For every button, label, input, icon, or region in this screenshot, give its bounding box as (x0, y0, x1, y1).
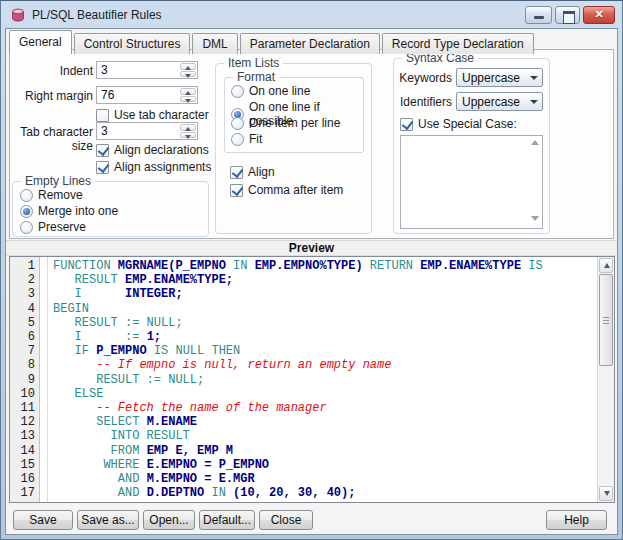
align-assignments-checkbox[interactable]: Align assignments (96, 160, 211, 174)
empty-lines-remove-label: Remove (38, 188, 83, 202)
tab-character-size-spinner (96, 122, 198, 140)
comma-after-item-label: Comma after item (248, 183, 343, 197)
line-number: 15 (10, 458, 35, 472)
tab-strip: GeneralControl StructuresDMLParameter De… (9, 30, 536, 50)
save-as-button[interactable]: Save as... (77, 510, 139, 530)
open-button[interactable]: Open... (143, 510, 195, 530)
identifiers-value: Uppercase (457, 95, 526, 109)
code-line: RESULT := NULL; (53, 373, 597, 387)
empty-lines-preserve-label: Preserve (38, 220, 86, 234)
scrollbar-down-icon[interactable] (599, 486, 613, 501)
code-line: RESULT := NULL; (53, 316, 597, 330)
dialog-body: GeneralControl StructuresDMLParameter De… (5, 28, 618, 535)
default-button[interactable]: Default... (199, 510, 255, 530)
chevron-down-icon (526, 69, 542, 86)
scrollbar-track[interactable] (598, 366, 614, 485)
code-line: WHERE E.EMPNO = P_EMPNO (53, 458, 597, 472)
radio-icon (20, 205, 33, 218)
radio-icon (20, 189, 33, 202)
code-line: -- Fetch the name of the manager (53, 401, 597, 415)
tab-control-structures[interactable]: Control Structures (74, 33, 191, 54)
scrollbar-thumb[interactable] (599, 274, 613, 366)
code-line: INTO RESULT (53, 429, 597, 443)
scrollbar-up-icon[interactable] (599, 258, 613, 273)
plsql-database-icon (10, 7, 26, 23)
format-fit-label: Fit (249, 132, 262, 146)
format-group: Format On one line On one line if possib… (224, 77, 364, 153)
format-one-item-per-line-radio[interactable]: One item per line (231, 116, 340, 130)
tab-parameter-declaration[interactable]: Parameter Declaration (240, 33, 380, 54)
right-margin-spin-down-icon[interactable] (180, 96, 196, 103)
checkbox-icon (230, 184, 243, 197)
align-label: Align (248, 165, 275, 179)
format-on-one-line-label: On one line (249, 84, 310, 98)
line-number: 9 (10, 373, 35, 387)
tab-dml[interactable]: DML (192, 33, 237, 54)
indent-spin-up-icon[interactable] (180, 63, 196, 70)
gutter-separator (40, 257, 48, 502)
use-tab-character-label: Use tab character (114, 108, 209, 122)
code-line: I := 1; (53, 330, 597, 344)
tab-size-spin-down-icon[interactable] (180, 132, 196, 139)
tab-character-size-input[interactable] (97, 123, 180, 139)
empty-lines-remove-radio[interactable]: Remove (20, 188, 83, 202)
tab-size-spin-up-icon[interactable] (180, 124, 196, 131)
code-line: AND D.DEPTNO IN (10, 20, 30, 40); (53, 486, 597, 500)
scroll-up-icon[interactable] (531, 140, 539, 145)
format-fit-radio[interactable]: Fit (231, 132, 262, 146)
vertical-scrollbar[interactable] (597, 257, 614, 502)
right-margin-input[interactable] (97, 87, 180, 103)
align-declarations-checkbox[interactable]: Align declarations (96, 143, 209, 157)
indent-input[interactable] (97, 62, 180, 78)
line-number: 2 (10, 273, 35, 287)
special-case-textarea[interactable] (400, 135, 543, 229)
line-number: 12 (10, 415, 35, 429)
empty-lines-merge-radio[interactable]: Merge into one (20, 204, 118, 218)
line-number-gutter: 1234567891011121314151617 (10, 257, 40, 502)
indent-spin-down-icon[interactable] (180, 71, 196, 78)
code-line: -- If empno is null, return an empty nam… (53, 358, 597, 372)
code-line: SELECT M.ENAME (53, 415, 597, 429)
code-line: ELSE (53, 387, 597, 401)
line-number: 5 (10, 316, 35, 330)
checkbox-icon (96, 161, 109, 174)
line-number: 6 (10, 330, 35, 344)
scroll-down-icon[interactable] (531, 216, 539, 221)
use-special-case-checkbox[interactable]: Use Special Case: (400, 117, 517, 131)
indent-label: Indent (10, 64, 93, 78)
use-tab-character-checkbox[interactable]: Use tab character (96, 108, 209, 122)
tab-page-general: Indent Right margin Use tab character Ta… (9, 49, 614, 239)
line-number: 3 (10, 287, 35, 301)
maximize-button[interactable] (555, 6, 580, 24)
right-margin-spinner (96, 86, 198, 104)
line-number: 16 (10, 472, 35, 486)
right-margin-label: Right margin (10, 89, 93, 103)
empty-lines-merge-label: Merge into one (38, 204, 118, 218)
minimize-button[interactable] (525, 6, 552, 24)
help-button[interactable]: Help (546, 510, 607, 530)
tab-character-size-label: Tab character size (10, 125, 93, 153)
close-button[interactable] (583, 6, 615, 24)
keywords-select[interactable]: Uppercase (456, 68, 543, 87)
line-number: 4 (10, 302, 35, 316)
empty-lines-group-label: Empty Lines (21, 174, 95, 188)
tab-general[interactable]: General (9, 30, 72, 54)
identifiers-select[interactable]: Uppercase (456, 92, 543, 111)
align-declarations-label: Align declarations (114, 143, 209, 157)
tab-record-type-declaration[interactable]: Record Type Declaration (382, 33, 534, 54)
format-on-one-line-radio[interactable]: On one line (231, 84, 310, 98)
keywords-value: Uppercase (457, 71, 526, 85)
window-title: PL/SQL Beautifier Rules (32, 8, 162, 22)
syntax-case-group: Syntax Case Keywords Uppercase Identifie… (393, 58, 550, 234)
identifiers-label: Identifiers (394, 95, 452, 109)
save-button[interactable]: Save (13, 510, 73, 530)
line-number: 10 (10, 387, 35, 401)
preview-code-editor: 1234567891011121314151617 FUNCTION MGRNA… (9, 256, 615, 503)
comma-after-item-checkbox[interactable]: Comma after item (230, 183, 343, 197)
line-number: 1 (10, 259, 35, 273)
close-dialog-button[interactable]: Close (259, 510, 313, 530)
empty-lines-preserve-radio[interactable]: Preserve (20, 220, 86, 234)
right-margin-spin-up-icon[interactable] (180, 88, 196, 95)
format-group-label: Format (233, 70, 279, 84)
align-checkbox[interactable]: Align (230, 165, 275, 179)
